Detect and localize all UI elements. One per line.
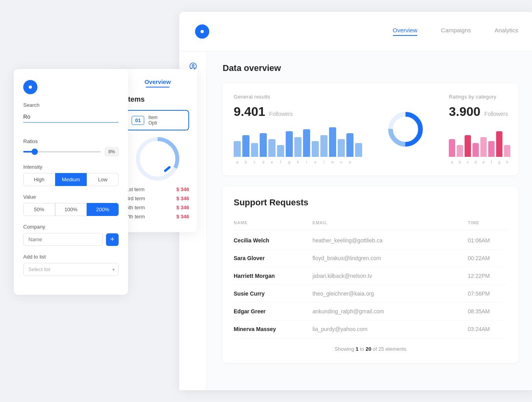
bar-label-item: d <box>260 160 267 164</box>
footer-from: 1 <box>355 346 358 352</box>
slider-row: 8% <box>23 147 119 156</box>
intensity-label: Intensity <box>23 164 119 170</box>
slider-value: 8% <box>105 147 119 156</box>
ratings-bar-item <box>472 143 479 157</box>
ratings-value: 3.900 <box>449 104 480 119</box>
bar-item <box>355 143 362 157</box>
th-name: NAME <box>234 220 313 225</box>
bar-item <box>303 129 310 157</box>
value-200-btn[interactable]: 200% <box>87 203 119 216</box>
bar-label-item: i <box>303 160 310 164</box>
support-table: Cecilia Welch heather_keeling@gottlieb.c… <box>234 232 507 338</box>
item-texts: Item Opti <box>148 115 157 126</box>
filter-search-section: Search <box>23 102 119 130</box>
filter-value-section: Value 50% 100% 200% <box>23 194 119 216</box>
overview-tab-underline <box>146 87 169 87</box>
nav-link-overview[interactable]: Overview <box>393 27 418 36</box>
ratings-subtitle: Ratings by category <box>449 94 510 100</box>
td-time: 12:22PM <box>468 273 507 279</box>
main-content: Data overview General results 9.401 Foll… <box>207 51 532 390</box>
ratings-bar-label-item: d <box>472 160 479 164</box>
td-time: 03:24AM <box>468 326 507 332</box>
nav-logo-dot <box>201 30 204 33</box>
term-value: $ 346 <box>176 195 189 201</box>
general-results-chart <box>234 125 362 157</box>
search-input[interactable] <box>23 111 119 123</box>
overview-tab-label[interactable]: Overview <box>126 78 189 85</box>
ratings-bar-label-item: c <box>465 160 471 164</box>
td-email: theo_gleichner@kaia.org <box>313 290 468 297</box>
bar-item <box>294 137 301 157</box>
term-label: 3rd term <box>126 195 145 201</box>
slider-track[interactable] <box>23 151 101 153</box>
filter-intensity-section: Intensity High Medium Low <box>23 164 119 186</box>
td-email: lia_purdy@yahoo.com <box>313 326 468 332</box>
svg-point-1 <box>192 65 194 67</box>
intensity-toggle-group: High Medium Low <box>23 173 119 186</box>
intensity-high-btn[interactable]: High <box>23 173 55 186</box>
select-list-input[interactable]: Select list <box>23 263 119 276</box>
item-text-prefix: Item <box>148 115 157 120</box>
value-100-btn[interactable]: 100% <box>55 203 87 216</box>
table-row: Minerva Massey lia_purdy@yahoo.com 03:24… <box>234 320 507 338</box>
filter-panel: Search Ratios 8% Intensity High Medium L… <box>14 69 128 295</box>
ratings-chart <box>449 125 510 157</box>
bar-label-item: e <box>268 160 275 164</box>
company-input-row: + <box>23 233 119 246</box>
footer-total: 25 <box>378 346 384 352</box>
filter-company-section: Company + <box>23 224 119 246</box>
term-value: $ 346 <box>176 186 189 192</box>
td-name: Cecilia Welch <box>234 237 313 244</box>
table-row: Edgar Greer ankunding_ralph@gmail.com 08… <box>234 303 507 320</box>
terms-list: 1st term $ 346 3rd term $ 346 5th term $… <box>126 186 189 220</box>
bar-item <box>251 143 258 157</box>
td-time: 01:06AM <box>468 237 507 244</box>
bar-item <box>242 135 249 157</box>
bar-label-item: o <box>312 160 319 164</box>
td-time: 00:22AM <box>468 255 507 261</box>
term-value: $ 346 <box>176 214 189 220</box>
slider-thumb[interactable] <box>32 149 38 155</box>
term-label: 7th term <box>126 214 145 220</box>
nav-link-campaigns[interactable]: Campaigns <box>441 27 471 36</box>
bar-label-item: m <box>329 160 336 164</box>
general-results-bar-labels: abcdefghiolmno <box>234 160 362 164</box>
general-results-metric: 9.401 Followers <box>234 104 362 119</box>
select-list-row: Select list ▾ <box>23 263 119 276</box>
intensity-medium-btn[interactable]: Medium <box>55 173 87 186</box>
th-email: EMAIL <box>313 220 468 225</box>
value-label: Value <box>23 194 119 200</box>
bar-item <box>286 131 293 157</box>
bar-item <box>320 135 327 157</box>
bar-label-item: o <box>346 160 353 164</box>
footer-to: 20 <box>366 346 371 352</box>
nav-logo[interactable] <box>195 24 209 39</box>
support-title: Support Requests <box>234 197 507 208</box>
general-results-value: 9.401 <box>234 104 265 119</box>
ratings-bar-item <box>504 145 510 157</box>
table-row: Cecilia Welch heather_keeling@gottlieb.c… <box>234 232 507 249</box>
nav-links: Overview Campaigns Analytics <box>393 27 518 36</box>
term-label: 5th term <box>126 205 145 210</box>
bar-item <box>277 145 284 157</box>
bar-label-item <box>355 160 362 164</box>
intensity-low-btn[interactable]: Low <box>87 173 119 186</box>
bar-label-item: h <box>294 160 301 164</box>
nav-link-analytics[interactable]: Analytics <box>495 27 518 36</box>
bar-label-item: l <box>320 160 327 164</box>
add-company-btn[interactable]: + <box>106 233 119 246</box>
bar-item <box>338 139 345 157</box>
ratios-label: Ratios <box>23 138 119 144</box>
th-time: TIME <box>468 220 507 225</box>
svg-rect-8 <box>164 166 171 172</box>
term-row: 3rd term $ 346 <box>126 195 189 201</box>
bar-item <box>312 141 319 157</box>
company-input[interactable] <box>23 233 103 246</box>
value-50-btn[interactable]: 50% <box>23 203 55 216</box>
footer-to-label: to <box>360 346 365 352</box>
overview-items-title: Items <box>126 95 189 104</box>
td-email: jabari.kilback@nelson.tv <box>313 273 468 279</box>
ratings-bar-label-item: b <box>457 160 463 164</box>
ratings-section: Ratings by category 3.900 Followers abcd… <box>449 94 510 164</box>
bar-item <box>234 141 241 157</box>
